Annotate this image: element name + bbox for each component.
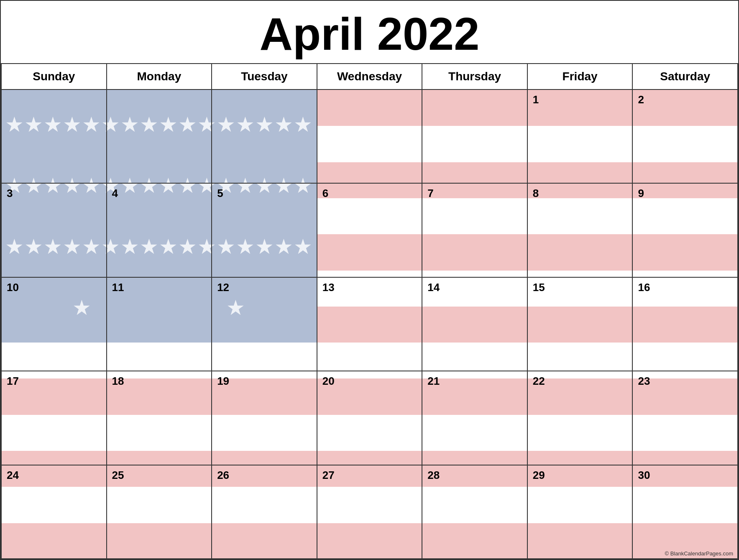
copyright-text: © BlankCalendarPages.com xyxy=(665,550,734,557)
day-cell: 24 xyxy=(2,465,107,559)
day-cell xyxy=(422,90,528,184)
day-cell: 21 xyxy=(422,371,528,465)
day-number: 1 xyxy=(528,90,632,110)
day-number: 17 xyxy=(2,371,106,391)
day-cell: 10 xyxy=(2,278,107,371)
day-number: 13 xyxy=(317,278,422,297)
day-number: 23 xyxy=(633,371,737,391)
day-cell xyxy=(212,90,317,184)
day-cell: 30 xyxy=(633,465,738,559)
day-cell: 27 xyxy=(317,465,423,559)
day-header-wednesday: Wednesday xyxy=(317,64,423,90)
day-cell: 15 xyxy=(528,278,633,371)
day-number: 14 xyxy=(422,278,527,297)
day-cell: 8 xyxy=(528,184,633,277)
day-cell: 9 xyxy=(633,184,738,277)
day-cell: 28 xyxy=(422,465,528,559)
day-number: 26 xyxy=(212,465,317,485)
day-number: 24 xyxy=(2,465,106,485)
day-number: 20 xyxy=(317,371,422,391)
day-cell: 1 xyxy=(528,90,633,184)
day-cell: 18 xyxy=(107,371,212,465)
day-header-tuesday: Tuesday xyxy=(212,64,317,90)
day-number: 11 xyxy=(107,278,212,297)
day-number: 9 xyxy=(633,184,737,203)
day-number: 3 xyxy=(2,184,106,203)
day-number: 8 xyxy=(528,184,632,203)
day-number: 21 xyxy=(422,371,527,391)
day-cell: 20 xyxy=(317,371,423,465)
day-number: 25 xyxy=(107,465,212,485)
day-number: 28 xyxy=(422,465,527,485)
day-number: 22 xyxy=(528,371,632,391)
day-cell: 5 xyxy=(212,184,317,277)
day-number: 12 xyxy=(212,278,317,297)
calendar-title: April 2022 xyxy=(1,1,738,64)
calendar-wrapper: April 2022 ★★★★★★★★★★★★★★★★★★★★★★★★★★★★★… xyxy=(0,0,739,560)
day-cell: 23 xyxy=(633,371,738,465)
day-cell: 11 xyxy=(107,278,212,371)
day-cell xyxy=(2,90,107,184)
day-cell: 22 xyxy=(528,371,633,465)
day-number: 16 xyxy=(633,278,737,297)
day-cell: 26 xyxy=(212,465,317,559)
day-number: 2 xyxy=(633,90,737,110)
day-cell: 16 xyxy=(633,278,738,371)
day-cell: 4 xyxy=(107,184,212,277)
day-header-saturday: Saturday xyxy=(633,64,738,90)
day-cell: 3 xyxy=(2,184,107,277)
day-cell: 17 xyxy=(2,371,107,465)
day-cell xyxy=(317,90,423,184)
day-cell: 6 xyxy=(317,184,423,277)
day-cell: 19 xyxy=(212,371,317,465)
day-number: 19 xyxy=(212,371,317,391)
day-header-friday: Friday xyxy=(528,64,633,90)
calendar-grid: SundayMondayTuesdayWednesdayThursdayFrid… xyxy=(1,64,738,559)
day-number: 7 xyxy=(422,184,527,203)
day-number: 6 xyxy=(317,184,422,203)
day-cell: 29 xyxy=(528,465,633,559)
day-cell: 2 xyxy=(633,90,738,184)
day-number: 4 xyxy=(107,184,212,203)
day-number: 27 xyxy=(317,465,422,485)
day-number: 15 xyxy=(528,278,632,297)
day-number: 18 xyxy=(107,371,212,391)
day-number: 30 xyxy=(633,465,737,485)
day-cell: 7 xyxy=(422,184,528,277)
day-header-thursday: Thursday xyxy=(422,64,528,90)
day-cell: 13 xyxy=(317,278,423,371)
day-cell xyxy=(107,90,212,184)
day-number: 29 xyxy=(528,465,632,485)
day-cell: 25 xyxy=(107,465,212,559)
day-cell: 14 xyxy=(422,278,528,371)
day-cell: 12 xyxy=(212,278,317,371)
day-number: 10 xyxy=(2,278,106,297)
day-number: 5 xyxy=(212,184,317,203)
day-header-sunday: Sunday xyxy=(2,64,107,90)
day-header-monday: Monday xyxy=(107,64,212,90)
